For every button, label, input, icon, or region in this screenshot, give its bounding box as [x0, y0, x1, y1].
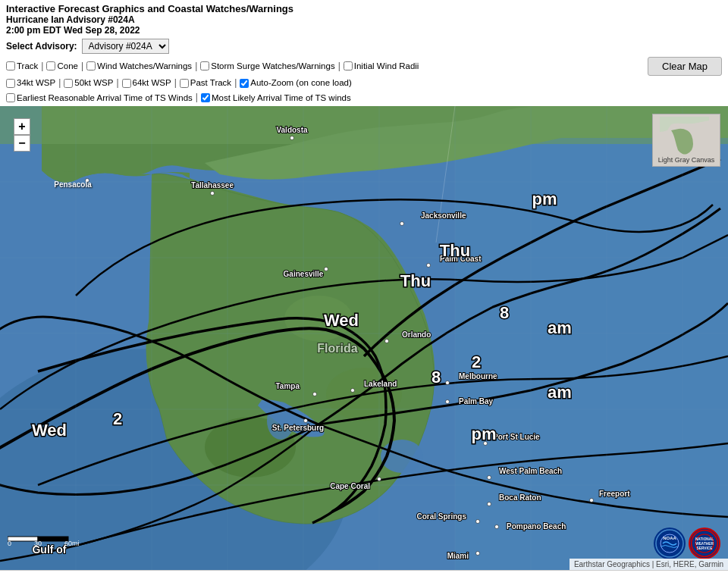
svg-text:Wed: Wed [324, 311, 359, 330]
sep9: | [196, 90, 198, 105]
svg-text:Valdosta: Valdosta [276, 126, 308, 134]
zoom-controls: + − [14, 118, 30, 152]
34kt-label: 34kt WSP [17, 76, 55, 89]
svg-text:0: 0 [8, 540, 11, 546]
svg-rect-79 [8, 537, 38, 541]
header: Interactive Forecast Graphics and Coasta… [0, 0, 728, 37]
64kt-checkbox[interactable] [122, 79, 131, 88]
wind-control: Wind Watches/Warnings [86, 59, 192, 73]
initial-checkbox[interactable] [344, 61, 353, 70]
svg-point-14 [325, 268, 328, 271]
minimap[interactable]: Light Gray Canvas [652, 114, 720, 167]
map-svg: Pensacola Tallahassee Valdosta Jacksonvi… [0, 106, 728, 570]
cone-checkbox[interactable] [46, 61, 55, 70]
controls-row2: 34kt WSP | 50kt WSP | 64kt WSP | Past Tr… [6, 76, 722, 90]
minimap-label: Light Gray Canvas [658, 156, 715, 164]
34kt-checkbox[interactable] [6, 79, 15, 88]
past-track-control: Past Track [180, 76, 231, 89]
svg-point-29 [590, 499, 594, 503]
svg-text:Lakeland: Lakeland [364, 380, 397, 388]
track-label: Track [17, 59, 38, 73]
svg-point-16 [385, 340, 389, 343]
svg-point-17 [313, 393, 317, 396]
datetime: 2:00 pm EDT Wed Sep 28, 2022 [6, 25, 722, 36]
svg-text:8: 8 [500, 303, 509, 322]
map-container[interactable]: Pensacola Tallahassee Valdosta Jacksonvi… [0, 106, 728, 570]
svg-point-23 [488, 476, 491, 480]
svg-text:NATIONAL: NATIONAL [695, 537, 714, 541]
past-track-checkbox[interactable] [180, 79, 189, 88]
sep6: | [116, 76, 118, 90]
svg-point-12 [290, 136, 294, 140]
wind-checkbox[interactable] [86, 61, 96, 70]
svg-text:8: 8 [431, 368, 441, 387]
attribution-bar: Earthstar Geographics | Esri, HERE, Garm… [570, 559, 728, 570]
svg-text:am: am [548, 318, 572, 337]
64kt-control: 64kt WSP [122, 76, 171, 89]
scale-svg: 0 30 60mi [8, 531, 83, 546]
sep1: | [41, 59, 43, 74]
svg-rect-80 [38, 537, 68, 541]
svg-text:Palm Bay: Palm Bay [459, 397, 493, 405]
minimap-svg [660, 117, 713, 155]
svg-text:2: 2 [113, 409, 122, 428]
earliest-checkbox[interactable] [6, 93, 15, 102]
svg-point-21 [446, 400, 450, 404]
svg-text:Coral Springs: Coral Springs [416, 512, 466, 521]
storm-checkbox[interactable] [200, 61, 209, 70]
svg-point-13 [400, 222, 404, 226]
sep4: | [338, 59, 340, 74]
svg-text:Cape Coral: Cape Coral [330, 482, 370, 490]
svg-text:SERVICE: SERVICE [697, 546, 713, 550]
initial-label: Initial Wind Radii [354, 59, 419, 73]
attribution-text: Earthstar Geographics | Esri, HERE, Garm… [574, 560, 723, 568]
advisory-row: Select Advisory: Advisory #024A Advisory… [0, 37, 728, 55]
svg-point-19 [304, 419, 308, 423]
sep3: | [195, 59, 197, 74]
svg-text:NOAA: NOAA [663, 536, 676, 540]
zoom-in-button[interactable]: + [14, 118, 30, 135]
track-checkbox[interactable] [6, 61, 15, 70]
svg-text:pm: pm [532, 189, 557, 208]
logos-area: NOAA NATIONAL WEATHER SERVICE [654, 528, 720, 559]
controls-row3: Earliest Reasonable Arrival Time of TS W… [6, 90, 722, 105]
svg-text:60mi: 60mi [64, 540, 80, 546]
svg-text:Tampa: Tampa [276, 382, 300, 390]
svg-text:Port St Lucie: Port St Lucie [493, 433, 540, 441]
track-control: Track [6, 59, 38, 73]
autozoom-control: Auto-Zoom (on cone load) [240, 76, 352, 89]
svg-point-24 [488, 503, 491, 506]
svg-text:Wed: Wed [32, 421, 67, 440]
earliest-label: Earliest Reasonable Arrival Time of TS W… [17, 91, 193, 105]
clear-map-button[interactable]: Clear Map [648, 57, 722, 76]
50kt-control: 50kt WSP [64, 76, 113, 89]
svg-text:Thu: Thu [400, 271, 431, 290]
34kt-control: 34kt WSP [6, 76, 55, 89]
controls-panel: Track | Cone | Wind Watches/Warnings | S… [0, 55, 728, 106]
svg-text:Boca Raton: Boca Raton [499, 493, 541, 502]
50kt-checkbox[interactable] [64, 79, 73, 88]
nws-logo: NATIONAL WEATHER SERVICE [689, 528, 720, 559]
svg-text:Miami: Miami [447, 552, 469, 560]
svg-point-20 [446, 381, 450, 385]
svg-text:30: 30 [34, 540, 42, 546]
zoom-out-button[interactable]: − [14, 135, 30, 152]
mostlikely-label: Most Likely Arrival Time of TS winds [212, 91, 351, 105]
coords-bar: Mouse Lat/Lon: 28.3, -88.3 [0, 570, 728, 573]
advisory-select[interactable]: Advisory #024A Advisory #023 Advisory #0… [82, 39, 169, 54]
cone-control: Cone [46, 59, 78, 73]
wind-label: Wind Watches/Warnings [97, 59, 192, 73]
svg-point-11 [211, 192, 215, 196]
svg-text:West Palm Beach: West Palm Beach [499, 467, 562, 475]
autozoom-checkbox[interactable] [240, 79, 249, 88]
advisory-label: Select Advisory: [6, 41, 77, 52]
svg-point-15 [427, 264, 431, 268]
scale-bar: 0 30 60mi [8, 531, 83, 546]
svg-rect-8 [0, 106, 728, 144]
svg-point-27 [476, 552, 480, 556]
page-title: Interactive Forecast Graphics and Coasta… [6, 3, 722, 14]
mostlikely-checkbox[interactable] [201, 93, 210, 102]
svg-text:Jacksonville: Jacksonville [421, 211, 466, 220]
50kt-label: 50kt WSP [74, 76, 113, 89]
svg-text:Melbourne: Melbourne [459, 372, 497, 380]
